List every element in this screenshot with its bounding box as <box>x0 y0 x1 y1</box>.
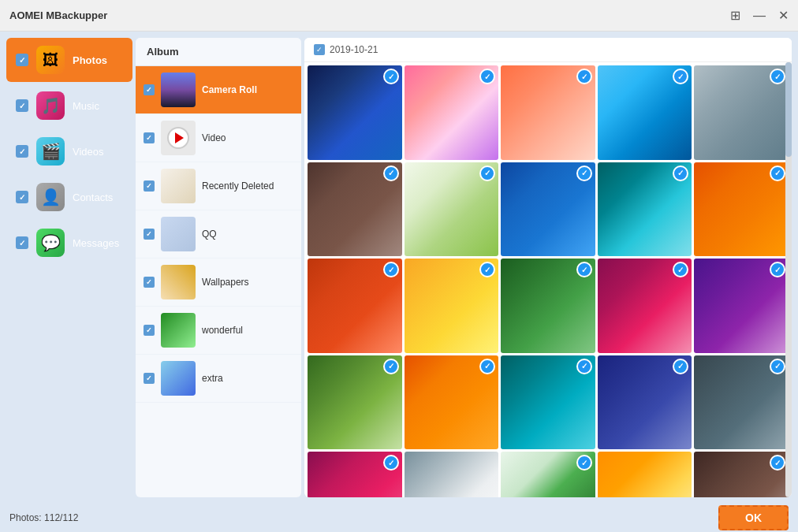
sidebar-item-contacts[interactable]: 👤 Contacts <box>6 175 132 219</box>
photo-cell-11[interactable] <box>308 259 402 353</box>
album-check-recently-deleted[interactable] <box>144 180 155 192</box>
photo-cell-7[interactable] <box>405 162 499 257</box>
photo-cell-8[interactable] <box>501 162 595 257</box>
photo-cell-21[interactable] <box>308 452 402 497</box>
album-item-wonderful[interactable]: wonderful <box>136 307 301 355</box>
scrollbar-thumb[interactable] <box>785 62 792 157</box>
date-check-icon[interactable] <box>314 44 325 55</box>
album-item-wallpapers[interactable]: Wallpapers <box>136 259 301 307</box>
album-name-recently-deleted: Recently Deleted <box>202 180 274 192</box>
photo-cell-14[interactable] <box>598 259 692 353</box>
album-name-camera-roll: Camera Roll <box>202 84 257 95</box>
album-thumb-camera-roll <box>161 73 196 107</box>
photo-date-label: 2019-10-21 <box>330 44 378 55</box>
window-controls: ⊞ — ✕ <box>730 9 789 22</box>
close-button[interactable]: ✕ <box>778 9 789 22</box>
photo-check-badge-6 <box>383 166 399 181</box>
photo-check-badge-21 <box>383 455 399 471</box>
album-panel: Album Camera Roll Video <box>136 38 301 497</box>
album-item-extra[interactable]: extra <box>136 355 301 403</box>
album-item-qq[interactable]: QQ <box>136 210 301 259</box>
photo-cell-22[interactable] <box>405 452 499 497</box>
album-check-camera-roll[interactable] <box>144 84 155 95</box>
sidebar-check-music[interactable] <box>16 99 28 112</box>
photo-cell-12[interactable] <box>405 259 499 353</box>
sidebar-check-videos[interactable] <box>16 145 28 158</box>
statusbar: Photos: 112/112 OK <box>0 504 798 532</box>
status-photos-count: Photos: 112/112 <box>9 512 78 523</box>
photo-check-badge-9 <box>673 166 688 181</box>
photo-check-badge-3 <box>576 69 592 84</box>
sidebar-item-photos[interactable]: 🖼 Photos <box>6 38 132 82</box>
album-name-wallpapers: Wallpapers <box>202 277 249 288</box>
sidebar-check-contacts[interactable] <box>16 191 28 203</box>
album-thumb-qq <box>161 217 196 251</box>
album-check-wonderful[interactable] <box>144 325 155 336</box>
photo-cell-18[interactable] <box>501 355 595 450</box>
photo-cell-25[interactable] <box>694 452 789 497</box>
photo-cell-16[interactable] <box>308 355 402 450</box>
sidebar-label-contacts: Contacts <box>73 192 113 203</box>
sidebar: 🖼 Photos 🎵 Music 🎬 Videos 👤 Conta <box>6 38 132 497</box>
album-item-video[interactable]: Video <box>136 114 301 162</box>
photos-icon: 🖼 <box>43 51 58 69</box>
sidebar-check-photos[interactable] <box>16 54 28 66</box>
photo-cell-1[interactable] <box>308 65 402 160</box>
contacts-icon: 👤 <box>41 188 61 206</box>
photo-check-badge-18 <box>576 359 592 374</box>
album-name-qq: QQ <box>202 229 217 240</box>
photos-icon-wrap: 🖼 <box>36 46 65 74</box>
sidebar-item-music[interactable]: 🎵 Music <box>6 84 132 128</box>
sidebar-label-messages: Messages <box>73 237 119 249</box>
album-check-extra[interactable] <box>144 373 155 384</box>
album-check-qq[interactable] <box>144 229 155 240</box>
grid-icon[interactable]: ⊞ <box>730 9 740 22</box>
photo-check-badge-16 <box>383 359 399 374</box>
sidebar-item-messages[interactable]: 💬 Messages <box>6 221 132 265</box>
photo-cell-20[interactable] <box>694 355 789 450</box>
album-item-camera-roll[interactable]: Camera Roll <box>136 66 301 114</box>
photo-cell-19[interactable] <box>598 355 692 450</box>
photo-check-badge-1 <box>383 69 399 84</box>
photo-cell-5[interactable] <box>694 65 789 160</box>
photo-panel: 2019-10-21 <box>304 38 792 497</box>
photo-cell-10[interactable] <box>694 162 789 257</box>
sidebar-check-messages[interactable] <box>16 236 28 249</box>
photo-cell-23[interactable] <box>501 452 595 497</box>
music-icon-wrap: 🎵 <box>36 91 65 120</box>
contacts-icon-wrap: 👤 <box>36 183 65 211</box>
photo-grid-container <box>304 62 792 497</box>
messages-icon: 💬 <box>41 233 61 252</box>
photo-check-badge-7 <box>479 166 495 181</box>
album-header: Album <box>136 38 301 66</box>
album-thumb-extra <box>161 361 196 396</box>
sidebar-label-videos: Videos <box>73 146 104 158</box>
app-title: AOMEI MBackupper <box>9 9 730 21</box>
photo-cell-15[interactable] <box>694 259 789 353</box>
photo-cell-24[interactable] <box>598 452 692 497</box>
album-name-extra: extra <box>202 373 223 384</box>
scrollbar-track[interactable] <box>785 62 792 497</box>
sidebar-item-videos[interactable]: 🎬 Videos <box>6 129 132 173</box>
photo-cell-3[interactable] <box>501 65 595 160</box>
videos-icon-wrap: 🎬 <box>36 137 65 166</box>
messages-icon-wrap: 💬 <box>36 229 65 257</box>
album-thumb-video <box>161 121 196 155</box>
photo-cell-2[interactable] <box>405 65 499 160</box>
album-check-wallpapers[interactable] <box>144 277 155 288</box>
photo-check-badge-10 <box>770 166 785 181</box>
photo-cell-17[interactable] <box>405 355 499 450</box>
photo-grid <box>304 62 792 497</box>
photo-cell-13[interactable] <box>501 259 595 353</box>
minimize-button[interactable]: — <box>753 9 766 22</box>
photo-cell-6[interactable] <box>308 162 402 257</box>
photo-cell-9[interactable] <box>598 162 692 257</box>
photo-cell-4[interactable] <box>598 65 692 160</box>
music-icon: 🎵 <box>41 96 61 115</box>
ok-button[interactable]: OK <box>718 505 789 530</box>
sidebar-label-music: Music <box>73 100 99 112</box>
album-item-recently-deleted[interactable]: Recently Deleted <box>136 162 301 210</box>
album-check-video[interactable] <box>144 132 155 143</box>
photo-check-badge-20 <box>770 359 785 374</box>
album-thumb-recently-deleted <box>161 169 196 203</box>
